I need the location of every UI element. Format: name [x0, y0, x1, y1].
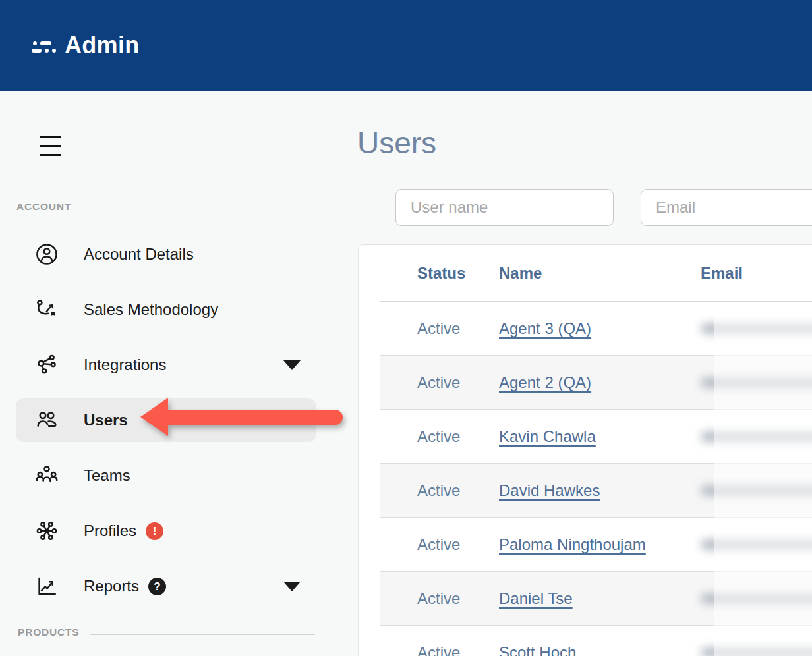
user-name-link[interactable]: David Hawkes — [499, 481, 600, 499]
sales-methodology-icon — [34, 297, 59, 322]
user-name-link[interactable]: Agent 3 (QA) — [499, 319, 591, 337]
sidebar-item-label: Integrations — [84, 356, 166, 374]
status-cell: Active — [380, 427, 499, 446]
table-header-row: Status Name Email — [380, 245, 812, 302]
sidebar-section-account: ACCOUNT — [16, 201, 315, 213]
sidebar-item-label: Reports — [84, 577, 139, 595]
sidebar-item-profiles[interactable]: Profiles ! — [16, 509, 316, 553]
table-row: Active David Hawkes — [380, 464, 812, 518]
table-row: Active Agent 2 (QA) — [380, 356, 812, 410]
table-row: Active Agent 3 (QA) — [380, 302, 812, 356]
sidebar-item-label: Users — [84, 411, 128, 429]
user-name-link[interactable]: Agent 2 (QA) — [499, 373, 591, 391]
users-table-card: Status Name Email Active Agent 3 (QA) Ac… — [358, 244, 812, 656]
app-header: Admin — [0, 0, 812, 91]
main-content: Users Status Name Email Active Agent 3 (… — [356, 91, 812, 656]
redacted-email — [701, 539, 812, 550]
user-name-link[interactable]: Scott Hoch — [499, 643, 576, 656]
app-title: Admin — [65, 32, 140, 59]
table-row: Active Paloma Ningthoujam — [380, 518, 812, 572]
sidebar-item-label: Sales Methodology — [84, 300, 218, 319]
status-cell: Active — [380, 589, 499, 608]
table-row: Active Kavin Chawla — [380, 410, 812, 464]
brand-logo-icon — [32, 41, 56, 53]
profiles-icon — [34, 518, 59, 543]
column-header-email: Email — [701, 264, 812, 283]
users-icon — [34, 408, 59, 433]
chevron-down-icon[interactable] — [283, 582, 301, 591]
sidebar: ACCOUNT Account Details Sales Methodolog… — [0, 91, 356, 656]
users-table: Status Name Email Active Agent 3 (QA) Ac… — [380, 245, 812, 656]
status-cell: Active — [380, 535, 499, 554]
column-header-status: Status — [380, 264, 499, 283]
sidebar-item-users[interactable]: Users — [16, 398, 316, 442]
redacted-email — [701, 323, 812, 334]
username-filter-input[interactable] — [395, 189, 614, 226]
redacted-email — [701, 485, 812, 496]
status-cell: Active — [380, 643, 499, 656]
status-cell: Active — [380, 373, 499, 392]
sidebar-item-teams[interactable]: Teams — [16, 454, 316, 497]
redacted-email — [701, 593, 812, 604]
sidebar-item-label: Teams — [84, 466, 130, 485]
table-row: Active Scott Hoch — [380, 626, 812, 656]
redacted-email — [701, 431, 812, 442]
section-label: PRODUCTS — [18, 626, 79, 638]
alert-badge: ! — [146, 522, 163, 540]
redacted-email — [701, 647, 812, 656]
reports-icon — [34, 574, 59, 599]
divider — [90, 634, 315, 635]
status-cell: Active — [380, 319, 499, 338]
account-details-icon — [34, 242, 59, 267]
divider — [82, 209, 315, 209]
sidebar-item-reports[interactable]: Reports ? — [16, 564, 316, 608]
sidebar-item-label: Profiles — [84, 522, 136, 540]
chevron-down-icon[interactable] — [283, 360, 301, 370]
status-cell: Active — [380, 481, 499, 500]
hamburger-menu-icon[interactable] — [40, 135, 61, 156]
sidebar-item-integrations[interactable]: Integrations — [16, 343, 316, 387]
integrations-icon — [34, 352, 59, 377]
email-filter-input[interactable] — [641, 189, 812, 226]
section-label: ACCOUNT — [16, 201, 71, 213]
column-header-name: Name — [499, 264, 701, 283]
user-name-link[interactable]: Daniel Tse — [499, 589, 573, 607]
help-badge: ? — [148, 578, 166, 595]
page-title: Users — [357, 125, 436, 161]
sidebar-item-label: Account Details — [84, 245, 194, 263]
sidebar-item-account-details[interactable]: Account Details — [16, 232, 316, 276]
sidebar-item-sales-methodology[interactable]: Sales Methodology — [16, 288, 316, 331]
table-row: Active Daniel Tse — [380, 572, 812, 626]
user-name-link[interactable]: Kavin Chawla — [499, 427, 596, 445]
redacted-email — [701, 377, 812, 388]
sidebar-section-products: PRODUCTS — [18, 626, 315, 638]
teams-icon — [34, 463, 59, 488]
user-name-link[interactable]: Paloma Ningthoujam — [499, 535, 646, 553]
